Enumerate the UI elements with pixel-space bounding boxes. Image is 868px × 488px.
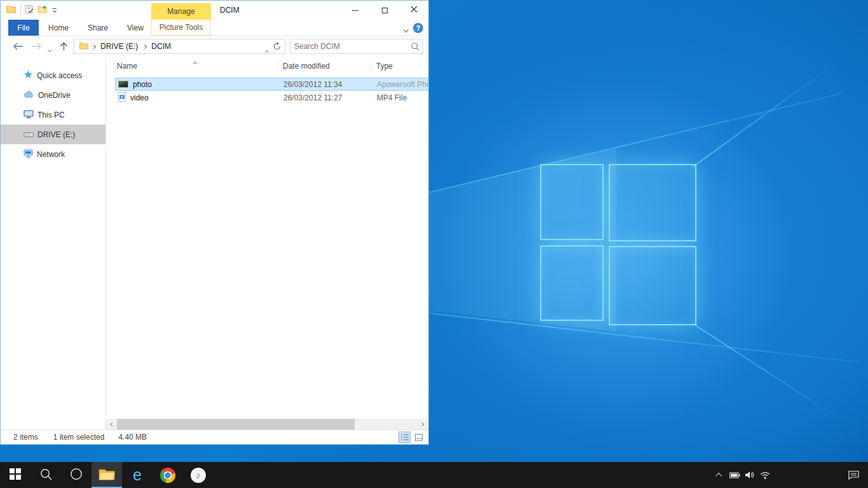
file-name: photo xyxy=(133,80,152,89)
file-type-cell: MP4 File xyxy=(377,93,428,102)
start-button[interactable] xyxy=(0,462,31,488)
network-icon xyxy=(24,149,33,159)
address-bar[interactable]: DRIVE (E:) DCIM xyxy=(74,39,285,54)
computer-icon xyxy=(24,110,34,120)
breadcrumb-folder[interactable]: DCIM xyxy=(150,42,172,51)
scrollbar-thumb[interactable] xyxy=(117,419,355,430)
file-name-cell: photo xyxy=(116,80,273,89)
sort-ascending-icon xyxy=(194,58,196,67)
column-header-type[interactable]: Type xyxy=(376,62,393,71)
sidebar-item-this-pc[interactable]: This PC xyxy=(1,105,105,125)
windows-logo-pane xyxy=(609,164,696,241)
search-icon[interactable] xyxy=(407,43,423,51)
breadcrumb-separator-icon xyxy=(142,44,147,48)
close-button[interactable] xyxy=(399,1,428,20)
column-separator[interactable] xyxy=(278,60,278,71)
sidebar-item-label: Network xyxy=(37,150,65,159)
file-rows: photo 26/03/2012 11:34 Apowersoft Pho vi… xyxy=(106,74,428,419)
tab-file[interactable]: File xyxy=(8,20,39,36)
internet-explorer-icon: e xyxy=(133,467,142,483)
file-date-cell: 26/03/2012 11:27 xyxy=(273,93,377,102)
battery-icon[interactable] xyxy=(727,462,742,488)
hidden-icons-chevron-icon[interactable] xyxy=(712,462,727,488)
address-toolbar: DRIVE (E:) DCIM xyxy=(1,36,428,57)
search-input[interactable] xyxy=(290,42,407,51)
contextual-tab-group-manage[interactable]: Manage xyxy=(151,3,211,20)
minimize-icon xyxy=(352,10,358,11)
status-selected-size: 4.40 MB xyxy=(118,433,147,442)
file-explorer-window: Manage DCIM File Home Share View Picture… xyxy=(0,0,429,445)
column-headers: Name Date modified Type xyxy=(106,57,428,74)
horizontal-scrollbar[interactable] xyxy=(106,419,428,430)
sidebar-item-label: DRIVE (E:) xyxy=(37,130,75,139)
file-explorer-icon xyxy=(98,468,115,483)
windows-logo-pane xyxy=(540,245,604,321)
new-folder-icon[interactable] xyxy=(38,5,48,15)
file-date-cell: 26/03/2012 11:34 xyxy=(273,80,377,89)
windows-logo-pane xyxy=(540,164,604,240)
scroll-right-icon[interactable] xyxy=(417,419,428,430)
tab-view[interactable]: View xyxy=(118,20,153,36)
quick-access-toolbar xyxy=(1,1,57,20)
volume-icon[interactable] xyxy=(742,462,757,488)
maximize-icon xyxy=(382,8,388,13)
video-file-icon xyxy=(118,92,126,104)
recent-locations-icon[interactable] xyxy=(48,44,51,53)
status-item-count: 2 items xyxy=(13,433,38,442)
forward-icon[interactable] xyxy=(31,43,42,52)
properties-icon[interactable] xyxy=(25,5,34,15)
breadcrumb-drive[interactable]: DRIVE (E:) xyxy=(99,42,139,51)
navigation-pane: Quick access OneDrive This PC DRIVE (E:) xyxy=(1,57,106,430)
customize-quick-access-toolbar-icon[interactable] xyxy=(52,8,57,12)
taskbar-file-explorer-button[interactable] xyxy=(92,462,122,488)
explorer-main: Quick access OneDrive This PC DRIVE (E:) xyxy=(1,57,428,430)
ribbon-tab-row: File Home Share View Picture Tools ? xyxy=(1,20,428,36)
star-icon xyxy=(24,70,33,81)
tab-home[interactable]: Home xyxy=(39,20,78,36)
sidebar-item-quick-access[interactable]: Quick access xyxy=(1,65,105,85)
taskbar-search-button[interactable] xyxy=(31,462,61,488)
taskbar-internet-explorer-button[interactable]: e xyxy=(122,462,153,488)
large-icons-view-button[interactable] xyxy=(412,431,424,443)
address-dropdown-icon[interactable] xyxy=(266,45,268,54)
refresh-icon[interactable] xyxy=(273,42,281,53)
minimize-button[interactable] xyxy=(341,1,370,20)
details-view-button[interactable] xyxy=(398,431,410,443)
column-header-name[interactable]: Name xyxy=(117,62,137,71)
scroll-left-icon[interactable] xyxy=(106,419,117,430)
window-title: DCIM xyxy=(220,1,240,20)
location-folder-icon xyxy=(79,42,88,51)
sidebar-item-label: OneDrive xyxy=(38,91,71,100)
taskbar-chrome-button[interactable] xyxy=(153,462,183,488)
chrome-icon xyxy=(160,468,175,483)
file-row-photo[interactable]: photo 26/03/2012 11:34 Apowersoft Pho xyxy=(115,78,428,91)
tab-share[interactable]: Share xyxy=(78,20,118,36)
sidebar-item-network[interactable]: Network xyxy=(1,144,105,164)
file-type-cell: Apowersoft Pho xyxy=(377,80,428,89)
sidebar-item-onedrive[interactable]: OneDrive xyxy=(1,85,105,105)
help-icon[interactable]: ? xyxy=(413,23,423,33)
breadcrumb-separator-icon xyxy=(92,44,96,48)
tab-picture-tools[interactable]: Picture Tools xyxy=(151,20,211,36)
network-icon[interactable] xyxy=(757,462,773,488)
maximize-button[interactable] xyxy=(370,1,399,20)
action-center-icon[interactable] xyxy=(839,462,868,488)
window-controls xyxy=(341,1,428,20)
column-header-date-modified[interactable]: Date modified xyxy=(283,62,330,71)
itunes-icon: ♪ xyxy=(191,468,206,483)
file-name-cell: video xyxy=(116,92,273,104)
back-icon[interactable] xyxy=(13,43,24,52)
column-separator[interactable] xyxy=(371,60,372,71)
taskbar-itunes-button[interactable]: ♪ xyxy=(183,462,214,488)
up-icon[interactable] xyxy=(60,42,68,53)
expand-ribbon-icon[interactable] xyxy=(404,25,408,34)
sidebar-item-drive-e[interactable]: DRIVE (E:) xyxy=(1,125,105,144)
status-bar: 2 items 1 item selected 4.40 MB xyxy=(1,430,428,444)
titlebar[interactable]: Manage DCIM xyxy=(1,1,428,20)
search-box xyxy=(290,39,423,54)
photo-thumbnail-icon xyxy=(118,81,128,88)
view-toggles xyxy=(398,431,424,443)
cortana-button[interactable] xyxy=(61,462,92,488)
file-row-video[interactable]: video 26/03/2012 11:27 MP4 File xyxy=(115,91,428,104)
tray-spacer xyxy=(773,475,839,475)
